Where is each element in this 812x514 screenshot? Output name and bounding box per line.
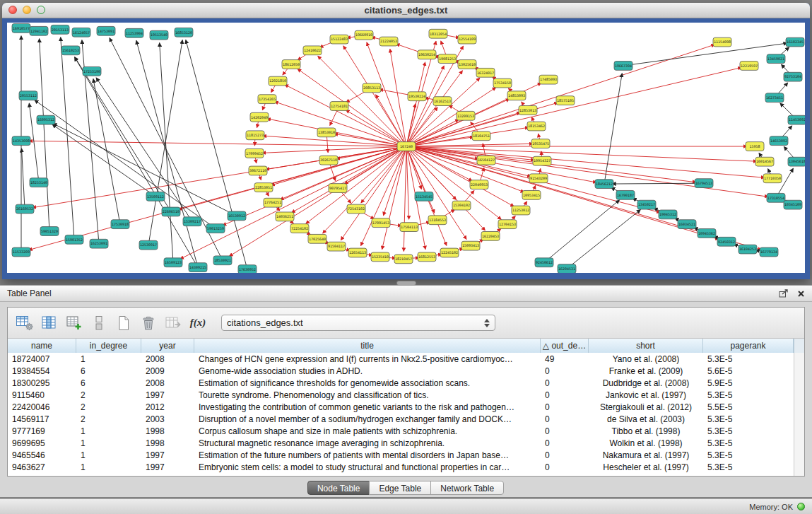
graph-node[interactable]: 12654113 (348, 248, 367, 257)
graph-node[interactable]: 19535475 (531, 139, 550, 148)
graph-node[interactable]: 10945362 (698, 229, 716, 238)
graph-node[interactable]: 92450312 (717, 237, 736, 246)
graph-node[interactable]: 14653092 (770, 136, 788, 146)
graph-node[interactable]: 22853051 (254, 183, 273, 192)
select-columns-button[interactable] (40, 313, 59, 333)
graph-node[interactable]: 16124057 (72, 28, 90, 37)
graph-node[interactable]: 18612050 (282, 60, 300, 69)
new-file-button[interactable] (114, 313, 134, 333)
graph-node[interactable]: 18153462 (527, 122, 546, 131)
column-header-year[interactable]: year (141, 339, 194, 353)
graph-node[interactable]: 12410622 (303, 46, 322, 55)
graph-node[interactable]: 91504117 (327, 242, 346, 251)
graph-node[interactable]: 10345109 (784, 200, 802, 209)
graph-node[interactable]: 72254102 (290, 224, 309, 233)
graph-node[interactable]: 14853093 (507, 91, 526, 100)
graph-node[interactable]: 92753104 (784, 72, 802, 81)
graph-node[interactable]: 19513540 (150, 30, 168, 40)
graph-node[interactable]: 12554109 (458, 35, 476, 44)
graph-node[interactable]: 18530921 (213, 256, 232, 265)
graph-node[interactable]: 15122483 (330, 35, 348, 44)
graph-node[interactable]: 16162513 (433, 97, 452, 106)
graph-node[interactable]: 14309215 (189, 263, 207, 272)
graph-node[interactable]: 17025640 (308, 234, 326, 243)
column-header-pagerank[interactable]: pagerank (703, 339, 794, 353)
table-row[interactable]: 1872400712008Changes of HCN gene express… (8, 353, 794, 365)
column-header-out-degree[interactable]: △ out_de… (541, 339, 589, 353)
tab-edge-table[interactable]: Edge Table (369, 481, 431, 495)
graph-node[interactable]: 13450217 (637, 200, 656, 209)
graph-node[interactable]: 15901352 (65, 235, 83, 244)
table-row[interactable]: 977716911998Corpus callosum shape and si… (8, 425, 794, 437)
graph-node[interactable]: 17310554 (767, 193, 785, 202)
network-graph[interactable]: 1672401512248312410622186120501202185017… (7, 23, 805, 273)
graph-node[interactable]: 16014567 (755, 157, 774, 166)
graph-node[interactable]: 13184553 (428, 216, 447, 225)
graph-node[interactable]: 16104253 (739, 245, 757, 254)
graph-node[interactable]: 12530917 (139, 240, 158, 250)
graph-node[interactable]: 20853113 (363, 83, 381, 93)
graph-node[interactable]: 17630952 (238, 265, 257, 273)
graph-node[interactable]: 13209153 (457, 111, 475, 120)
graph-node[interactable]: 14036251 (276, 212, 294, 221)
graph-node[interactable]: 16253091 (90, 239, 108, 248)
graph-node[interactable]: 18104751 (472, 132, 490, 141)
graph-node[interactable]: 12704153 (498, 220, 517, 229)
graph-node[interactable]: 12754181 (330, 102, 348, 111)
graph-node[interactable]: 20153113 (51, 25, 69, 34)
graph-node[interactable]: 17354265 (258, 95, 276, 104)
graph-node[interactable]: 26160532 (16, 204, 34, 214)
table-scrollbar[interactable] (794, 353, 804, 476)
graph-node[interactable]: 18253140 (30, 178, 48, 187)
graph-node[interactable]: 11253012 (512, 206, 530, 215)
graph-node[interactable]: 16324017 (476, 68, 495, 77)
graph-node[interactable]: 16034521 (678, 220, 696, 229)
table-row[interactable]: 911546021997Tourette syndrome. Phenomeno… (8, 389, 794, 401)
graph-node[interactable]: 13853010 (317, 128, 336, 137)
table-row[interactable]: 1938455462009Genome-wide association stu… (8, 365, 794, 377)
graph-node[interactable]: 17504113 (400, 223, 418, 232)
graph-node[interactable]: 15309217 (183, 217, 201, 226)
graph-node[interactable]: 22606510 (162, 207, 180, 216)
graph-node[interactable]: 16910577 (12, 23, 30, 33)
graph-node[interactable]: 17530918 (111, 220, 129, 229)
table-row[interactable]: 946362711997Embryonic stem cells: a mode… (8, 461, 794, 473)
graph-node[interactable]: 10954327 (533, 156, 551, 165)
float-panel-button[interactable] (779, 289, 789, 298)
graph-node[interactable]: 13509112 (146, 192, 165, 201)
column-settings-button[interactable] (15, 313, 35, 333)
graph-node[interactable]: 16853120 (175, 28, 193, 37)
table-row[interactable]: 1830029562008Estimation of significance … (8, 377, 794, 389)
graph-node[interactable]: 13025610 (458, 60, 476, 69)
tab-node-table[interactable]: Node Table (307, 481, 370, 495)
graph-node[interactable]: 19530224 (408, 92, 426, 101)
graph-node[interactable]: 16095312 (37, 115, 55, 124)
column-header-title[interactable]: title (194, 339, 541, 353)
graph-node[interactable]: 17485093 (539, 75, 558, 84)
graph-node[interactable]: 90795417 (329, 184, 347, 193)
graph-node[interactable]: 21224053 (379, 37, 398, 46)
graph-node[interactable]: 17091453 (372, 218, 390, 228)
close-window-button[interactable] (8, 6, 17, 14)
graph-node[interactable]: 17534150 (493, 78, 512, 88)
table-row[interactable]: 969969511998Structural magnetic resonanc… (8, 437, 794, 449)
column-header-short[interactable]: short (589, 339, 703, 353)
graph-node[interactable]: 19660910 (355, 30, 373, 40)
graph-node[interactable]: 12021850 (269, 76, 287, 86)
graph-node[interactable]: 17253190 (83, 66, 101, 76)
import-table-button[interactable] (163, 313, 183, 333)
graph-node[interactable]: 59013259 (206, 224, 225, 233)
graph-node[interactable]: 12041102 (30, 26, 48, 35)
graph-node[interactable]: 22040953 (470, 180, 488, 189)
minimize-window-button[interactable] (23, 6, 31, 14)
window-titlebar[interactable]: citations_edges.txt (2, 3, 810, 18)
graph-node[interactable]: 59051329 (40, 227, 59, 236)
graph-node[interactable]: 12219597 (740, 62, 758, 71)
graph-node[interactable]: 17999452 (245, 148, 264, 158)
graph-node[interactable]: 15304102 (452, 201, 471, 210)
graph-node[interactable]: 13045618 (788, 157, 805, 166)
graph-node[interactable]: 16530912 (228, 211, 246, 221)
zoom-window-button[interactable] (37, 6, 45, 14)
graph-node[interactable]: 19081253 (438, 54, 457, 64)
graph-node[interactable]: 16794513 (695, 179, 713, 188)
